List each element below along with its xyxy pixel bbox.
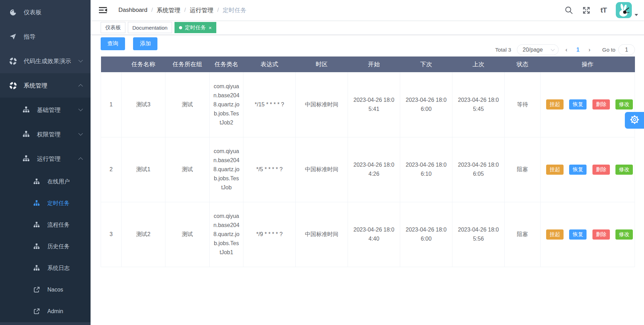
sidebar-item-label: 定时任务 xyxy=(47,200,70,207)
sidebar-item-scheduled-tasks[interactable]: 定时任务 xyxy=(0,192,91,214)
guide-icon xyxy=(8,33,17,40)
cell-task-group: 测试 xyxy=(165,137,210,202)
sidebar-item-admin[interactable]: Admin xyxy=(0,301,91,322)
font-size-icon[interactable]: tT xyxy=(598,3,609,17)
cell-prev: 2023-04-26 18:06:05 xyxy=(452,137,505,202)
cell-timezone: 中国标准时间 xyxy=(296,202,348,267)
sidebar-item-label: 仪表板 xyxy=(24,8,41,16)
query-button[interactable]: 查询 xyxy=(101,37,125,50)
add-button[interactable]: 添加 xyxy=(133,37,157,50)
breadcrumb-separator: / xyxy=(151,7,153,14)
table-header-row: 任务名称 任务所在组 任务类名 表达式 时区 开始 下次 上次 状态 操作 xyxy=(101,56,635,72)
prev-page-button[interactable]: ‹ xyxy=(561,47,572,53)
col-timezone: 时区 xyxy=(296,56,348,72)
avatar[interactable] xyxy=(616,2,632,18)
page-size-select[interactable]: 20/page xyxy=(517,44,559,55)
edit-button[interactable]: 修改 xyxy=(615,99,633,109)
cell-actions: 挂起 恢复 删除 修改 xyxy=(541,72,635,137)
chevron-up-icon xyxy=(78,84,83,89)
app-root: 仪表板 指导 代码生成效果演示 系统管理 xyxy=(0,0,644,325)
sidebar-item-online-users[interactable]: 在线用户 xyxy=(0,171,91,192)
cell-task-name: 测试3 xyxy=(122,72,165,137)
cell-task-class: com.qiyuan.base2048.quartz.job.jobs.Test… xyxy=(210,202,243,267)
suspend-button[interactable]: 挂起 xyxy=(546,99,564,109)
tab-close-icon[interactable]: × xyxy=(209,25,212,30)
cell-start: 2023-04-26 18:04:26 xyxy=(348,137,400,202)
cell-timezone: 中国标准时间 xyxy=(296,137,348,202)
sidebar-item-permission-mgmt[interactable]: 权限管理 xyxy=(0,122,91,146)
tree-icon xyxy=(22,130,31,138)
goto-page-input[interactable] xyxy=(618,44,635,55)
edit-button[interactable]: 修改 xyxy=(615,165,633,175)
external-link-icon xyxy=(32,286,41,293)
search-icon[interactable] xyxy=(564,3,574,17)
sidebar-submenu-system: 基础管理 权限管理 运行管理 在线用户 xyxy=(0,98,91,322)
tree-icon xyxy=(32,200,41,207)
sidebar-item-guide[interactable]: 指导 xyxy=(0,24,91,49)
cell-status: 阻塞 xyxy=(505,137,541,202)
col-task-name: 任务名称 xyxy=(122,56,165,72)
resume-button[interactable]: 恢复 xyxy=(569,165,587,175)
tree-icon xyxy=(22,155,31,162)
cell-task-group: 测试 xyxy=(165,202,210,267)
settings-button[interactable] xyxy=(625,112,644,129)
sidebar-item-label: Admin xyxy=(47,308,63,315)
next-page-button[interactable]: › xyxy=(584,47,595,53)
sidebar-item-label: 基础管理 xyxy=(37,106,61,114)
resume-button[interactable]: 恢复 xyxy=(569,99,587,109)
cell-next: 2023-04-26 18:06:00 xyxy=(400,202,452,267)
suspend-button[interactable]: 挂起 xyxy=(546,229,564,240)
suspend-button[interactable]: 挂起 xyxy=(546,165,564,175)
tab-dashboard[interactable]: 仪表板 xyxy=(101,22,125,33)
tasks-table: 任务名称 任务所在组 任务类名 表达式 时区 开始 下次 上次 状态 操作 1 xyxy=(101,56,635,267)
resume-button[interactable]: 恢复 xyxy=(569,229,587,240)
cell-status: 阻塞 xyxy=(505,202,541,267)
cell-next: 2023-04-26 18:06:00 xyxy=(400,72,452,137)
active-tab-dot xyxy=(179,26,182,29)
hamburger-icon[interactable] xyxy=(99,6,108,14)
tabs-bar: 仪表板 Documentation 定时任务 × xyxy=(91,21,644,35)
sidebar-item-label: 在线用户 xyxy=(47,178,70,186)
tree-icon xyxy=(32,243,41,250)
breadcrumb-item-system-mgmt[interactable]: 系统管理 xyxy=(157,6,180,14)
sidebar: 仪表板 指导 代码生成效果演示 系统管理 xyxy=(0,0,91,325)
tree-icon xyxy=(22,106,31,114)
tree-icon xyxy=(32,221,41,228)
breadcrumb-item-dashboard[interactable]: Dashboard xyxy=(118,7,147,14)
tab-documentation[interactable]: Documentation xyxy=(128,22,172,33)
tab-scheduled-tasks[interactable]: 定时任务 × xyxy=(174,22,216,33)
cell-prev: 2023-04-26 18:05:45 xyxy=(452,72,505,137)
caret-down-icon[interactable] xyxy=(635,14,638,16)
sidebar-item-label: 运行管理 xyxy=(37,155,61,163)
sidebar-item-base-mgmt[interactable]: 基础管理 xyxy=(0,98,91,122)
cell-index: 3 xyxy=(101,202,122,267)
cell-timezone: 中国标准时间 xyxy=(296,72,348,137)
pagination: Total 3 20/page ‹ 1 › Go to xyxy=(495,44,635,55)
sidebar-item-nacos[interactable]: Nacos xyxy=(0,279,91,301)
breadcrumb-item-run-mgmt[interactable]: 运行管理 xyxy=(190,6,214,14)
sidebar-item-system-mgmt[interactable]: 系统管理 xyxy=(0,73,91,98)
edit-button[interactable]: 修改 xyxy=(615,229,633,240)
delete-button[interactable]: 删除 xyxy=(592,229,610,240)
cell-cron: */15 * * * * ? xyxy=(243,72,296,137)
cell-task-name: 测试2 xyxy=(122,202,165,267)
user-menu[interactable] xyxy=(616,2,638,18)
sidebar-item-run-mgmt[interactable]: 运行管理 xyxy=(0,146,91,171)
breadcrumb-separator: / xyxy=(217,7,219,14)
tree-icon xyxy=(32,178,41,185)
component-icon xyxy=(8,57,17,65)
current-page[interactable]: 1 xyxy=(574,47,582,53)
sidebar-item-process-tasks[interactable]: 流程任务 xyxy=(0,214,91,236)
cell-prev: 2023-04-26 18:05:56 xyxy=(452,202,505,267)
fullscreen-icon[interactable] xyxy=(581,3,591,17)
sidebar-item-codegen-demo[interactable]: 代码生成效果演示 xyxy=(0,49,91,73)
delete-button[interactable]: 删除 xyxy=(592,99,610,109)
delete-button[interactable]: 删除 xyxy=(592,165,610,175)
toolbar: 查询 添加 Total 3 20/page ‹ 1 › Go to xyxy=(101,35,635,56)
chevron-up-icon xyxy=(78,157,83,162)
sidebar-item-dashboard[interactable]: 仪表板 xyxy=(0,0,91,24)
cell-cron: */9 * * * * ? xyxy=(243,202,296,267)
sidebar-item-history-tasks[interactable]: 历史任务 xyxy=(0,236,91,257)
page-content: 查询 添加 Total 3 20/page ‹ 1 › Go to xyxy=(91,35,644,325)
sidebar-item-system-logs[interactable]: 系统日志 xyxy=(0,257,91,279)
